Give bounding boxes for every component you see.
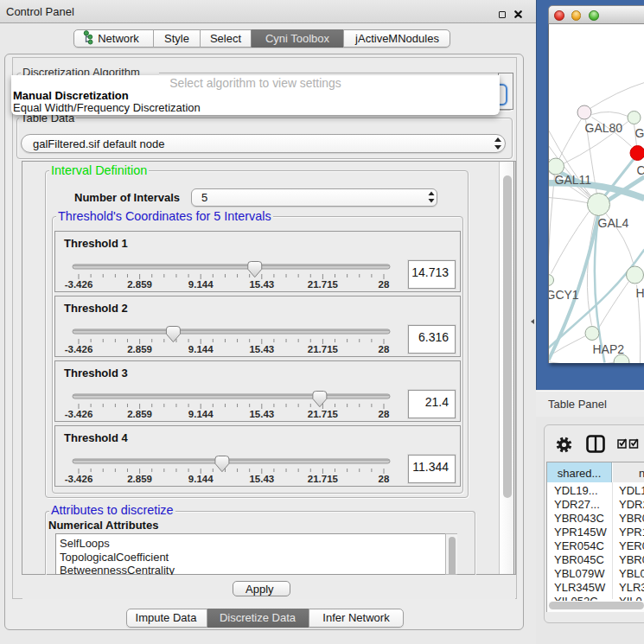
svg-text:GAL4: GAL4 xyxy=(597,215,628,229)
svg-text:H: H xyxy=(635,285,644,299)
svg-text:GCY1: GCY1 xyxy=(549,287,579,301)
svg-text:HAP2: HAP2 xyxy=(592,341,624,355)
svg-text:C: C xyxy=(636,163,644,176)
svg-text:GAL80: GAL80 xyxy=(584,120,622,134)
svg-text:G.: G. xyxy=(634,125,644,139)
svg-text:GAL11: GAL11 xyxy=(554,172,591,186)
